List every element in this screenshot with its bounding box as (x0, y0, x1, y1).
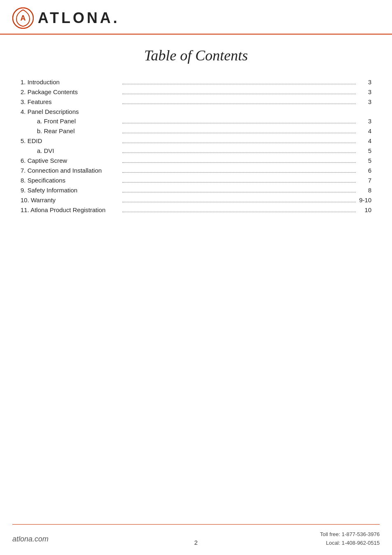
svg-text:A: A (21, 14, 26, 22)
toc-dots (122, 202, 356, 202)
toc-dots (122, 84, 356, 84)
toc-page: 3 (359, 88, 371, 95)
toc-dots (122, 182, 356, 183)
toc-row: a. DVI5 (21, 147, 371, 155)
toc-label: 3. Features (21, 98, 119, 105)
footer-contact: Toll free: 1-877-536-3976 Local: 1-408-9… (320, 530, 380, 548)
toc-label: 1. Introduction (21, 79, 119, 86)
toc-row: 3. Features3 (21, 98, 371, 106)
toc-label: a. DVI (21, 147, 119, 154)
toc-dots (122, 192, 356, 192)
toc-row: b. Rear Panel4 (21, 127, 371, 135)
toc-label: 5. EDID (21, 137, 119, 144)
toc-page: 3 (359, 98, 371, 105)
toc-label: a. Front Panel (21, 118, 119, 125)
atlona-logo-icon: A (12, 7, 34, 29)
logo-container: A ATLONA. (12, 7, 120, 29)
toll-free: Toll free: 1-877-536-3976 (320, 530, 380, 539)
footer: atlona.com 2 Toll free: 1-877-536-3976 L… (0, 524, 392, 555)
toc-row: a. Front Panel3 (21, 118, 371, 125)
main-content: Table of Contents 1. Introduction32. Pac… (0, 35, 392, 233)
toc-row: 1. Introduction3 (21, 79, 371, 86)
toc-page: 3 (359, 79, 371, 86)
toc-page: 7 (359, 177, 371, 184)
toc-label: 11. Atlona Product Registration (21, 206, 119, 213)
toc-dots (122, 104, 356, 104)
footer-page-number: 2 (194, 539, 198, 546)
toc-row: 8. Specifications7 (21, 177, 371, 184)
toc-page: 5 (359, 157, 371, 164)
toc-label: 7. Connection and Installation (21, 167, 119, 174)
toc-row: 7. Connection and Installation6 (21, 167, 371, 174)
toc-dots (122, 153, 356, 153)
logo-text: ATLONA. (38, 9, 120, 27)
toc-page: 4 (359, 137, 371, 144)
toc-dots (122, 123, 356, 123)
toc-label: 10. Warranty (21, 197, 119, 204)
toc-label: 8. Specifications (21, 177, 119, 184)
toc-row: 9. Safety Information8 (21, 187, 371, 194)
page-title: Table of Contents (21, 47, 371, 64)
toc-label: 6. Captive Screw (21, 157, 119, 164)
toc-page: 4 (359, 127, 371, 134)
toc-dots (122, 172, 356, 173)
toc-row: 5. EDID4 (21, 137, 371, 145)
toc-page: 5 (359, 147, 371, 154)
footer-content: atlona.com 2 Toll free: 1-877-536-3976 L… (0, 525, 392, 555)
toc-label: b. Rear Panel (21, 127, 119, 134)
toc-page: 8 (359, 187, 371, 194)
toc-dots (122, 212, 356, 212)
footer-website: atlona.com (12, 535, 48, 543)
toc-dots (122, 143, 356, 143)
toc-page: 3 (359, 118, 371, 125)
toc-row: 6. Captive Screw5 (21, 157, 371, 164)
toc-page: 10 (359, 206, 371, 213)
toc-label: 2. Package Contents (21, 88, 119, 95)
toc-row: 4. Panel Descriptions (21, 108, 371, 115)
toc-label: 9. Safety Information (21, 187, 119, 194)
toc: 1. Introduction32. Package Contents33. F… (21, 79, 371, 214)
toc-dots (122, 94, 356, 94)
toc-page: 6 (359, 167, 371, 174)
toc-dots (122, 133, 356, 133)
toc-row: 11. Atlona Product Registration10 (21, 206, 371, 214)
toc-page: 9-10 (359, 197, 371, 204)
toc-row: 10. Warranty9-10 (21, 197, 371, 204)
local-phone: Local: 1-408-962-0515 (320, 539, 380, 548)
toc-label: 4. Panel Descriptions (21, 108, 119, 115)
header: A ATLONA. (0, 0, 392, 34)
toc-dots (122, 162, 356, 163)
toc-row: 2. Package Contents3 (21, 88, 371, 96)
